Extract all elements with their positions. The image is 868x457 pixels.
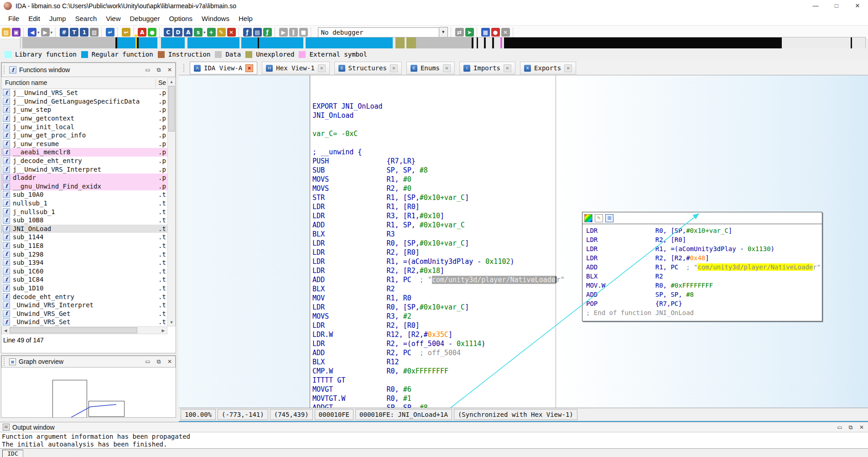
code-line[interactable]: ; End of function JNI_OnLoad [586,308,822,317]
back-icon[interactable]: ◀ [28,28,36,37]
panel-minimize-icon[interactable]: ▭ [144,358,151,365]
minimize-button[interactable]: — [805,0,826,12]
code-line[interactable]: JNI_OnLoad [312,111,565,120]
scroll-up-icon[interactable]: ▲ [168,78,175,85]
create-string-icon-caret[interactable]: ▾ [203,30,206,35]
function-row[interactable]: fj_unw_step.p [1,105,167,114]
debug-start-icon[interactable]: ▶ [279,28,288,37]
code-line[interactable]: MOVSR2, #0 [312,184,565,193]
debug-stop-icon[interactable]: ■ [299,28,308,37]
code-line[interactable]: LDRR1, [R0] [312,202,565,211]
code-line[interactable] [312,138,565,147]
run-until-icon[interactable]: ➤ [465,28,474,37]
tab-close-icon[interactable]: ✕ [443,64,451,72]
create-array-icon[interactable]: A [184,28,192,37]
panel-close-icon[interactable]: ✕ [858,424,865,431]
column-segment[interactable]: Se [158,79,166,86]
search-imm-icon[interactable]: 1 [80,28,88,37]
tab-close-icon[interactable]: ✕ [504,64,511,72]
step-into-icon[interactable]: ⇄ [455,28,464,37]
panel-close-icon[interactable]: ✕ [166,358,173,365]
function-row[interactable]: fsub_1394.t [1,258,167,267]
function-row[interactable]: fj_unw_init_local.p [1,122,167,131]
function-row[interactable]: fdladdr.p [1,173,167,182]
code-line[interactable] [312,120,565,129]
reanalyze-icon[interactable]: ● [148,28,156,37]
code-line[interactable]: MOVGTR0, #6 [312,385,565,394]
code-line[interactable]: LDRR1, =(aComUnity3dPlay - 0x1102) [312,257,565,266]
panel-minimize-icon[interactable]: ▭ [836,424,843,431]
function-row[interactable]: fsub_10A0.t [1,190,167,199]
code-line[interactable]: BLXR3 [312,230,565,239]
create-data-icon[interactable]: D [174,28,182,37]
tab-close-icon[interactable]: ✕ [318,64,326,72]
debugger-windows-icon[interactable]: ▦ [481,28,490,37]
code-line[interactable]: ADDSP, SP, #8 [586,290,822,299]
function-row[interactable]: fj__Unwind_VRS_Set.p [1,89,167,97]
graph-overview-minimap[interactable] [1,368,176,417]
function-list-vscrollbar[interactable]: ▲ ▼ [167,78,176,326]
code-line[interactable]: LDRR2, =(off_5004 - 0x1114) [312,339,565,348]
menu-search[interactable]: Search [71,15,102,22]
menu-view[interactable]: View [101,15,125,22]
code-line[interactable]: LDRR2, [R2,#0x48] [586,253,822,263]
code-line[interactable]: ADDR2, PC ; off_5004 [312,348,565,357]
menu-options[interactable]: Options [164,15,197,22]
function-row[interactable]: f_Unwind_VRS_Interpret.t [1,301,167,310]
tab-hex-view-1[interactable]: HHex View-1✕ [262,62,329,74]
code-line[interactable]: MOVSR1, #0 [312,175,565,184]
tab-structures[interactable]: SStructures✕ [334,62,402,74]
panel-float-icon[interactable]: ⧉ [847,424,854,431]
code-line[interactable]: LDRR2, [R2,#0x18] [312,266,565,275]
edit-icon[interactable]: ✎ [595,214,603,222]
tab-imports[interactable]: IImports✕ [459,62,515,74]
functions-window-titlebar[interactable]: f Functions window ▭ ⧉ ✕ [1,63,176,77]
function-row[interactable]: fsub_1D10.t [1,284,167,293]
menu-jump[interactable]: Jump [45,15,71,22]
vscroll-thumb[interactable] [168,86,175,131]
code-line[interactable]: LDRR3, [R1,#0x10] [312,211,565,221]
edit-function-icon[interactable]: ✎ [217,28,226,37]
scroll-down-icon[interactable]: ▼ [168,319,175,326]
code-line[interactable]: MOVSR3, #2 [312,312,565,321]
menu-debugger[interactable]: Debugger [125,15,165,22]
function-row[interactable]: fj__Unwind_VRS_Interpret.p [1,165,167,173]
idc-toggle[interactable]: IDC [2,450,23,457]
function-row[interactable]: fsub_1C84.t [1,275,167,284]
debug-pause-icon[interactable]: ‖ [289,28,298,37]
menu-windows[interactable]: Windows [197,15,234,22]
code-line[interactable]: LDRR0, [SP,#0x10+var_C] [586,226,822,235]
function-list-hscrollbar[interactable]: ◀ ▶ [1,326,167,334]
code-line[interactable]: SUBSP, SP, #8 [312,166,565,175]
chevron-down-icon[interactable]: ▼ [439,27,448,38]
function-row[interactable]: fj_nullsub_1.t [1,207,167,216]
code-line[interactable]: LDRR2, [R0] [586,235,822,244]
disassembly-listing[interactable]: EXPORT JNI_OnLoadJNI_OnLoadvar_C= -0xC; … [312,75,565,408]
function-row[interactable]: fnullsub_1.t [1,199,167,208]
tab-exports[interactable]: XExports✕ [520,62,576,74]
forward-icon[interactable]: ▶ [41,28,50,37]
menu-help[interactable]: Help [234,15,257,22]
search-text-icon[interactable]: T [70,28,78,37]
delete-function-icon[interactable]: ✕ [227,28,236,37]
hscroll-thumb[interactable] [10,327,137,333]
code-line[interactable]: LDRR1, =(aComUnity3dPlay - 0x1130) [586,244,822,253]
code-line[interactable]: ADDR1, SP, #0x10+var_C [312,221,565,230]
function-row[interactable]: fsub_1144.t [1,233,167,242]
code-line[interactable]: ADDGTSP, SP, #8 [312,403,565,408]
code-line[interactable]: ITTTT GT [312,376,565,385]
function-row[interactable]: f_Unwind_VRS_Get.t [1,309,167,318]
function-row[interactable]: fsub_1C60.t [1,267,167,275]
code-line[interactable]: BLXR2 [586,272,822,281]
panel-close-icon[interactable]: ✕ [166,67,173,73]
add-breakpoint-icon[interactable]: ● [491,28,500,37]
code-line[interactable]: MOV.WR0, #0xFFFFFFFF [586,281,822,290]
function-row[interactable]: fJNI_OnLoad.t [1,225,167,233]
code-line[interactable]: LDRR2, [R0] [312,248,565,257]
code-line[interactable]: ADDR1, PC ; "com/unity3d/player/NativeLo… [312,275,565,284]
code-line[interactable]: ; __unwind { [312,147,565,157]
function-row[interactable]: fj_unw_get_proc_info.p [1,131,167,140]
code-line[interactable]: var_C= -0xC [312,129,565,138]
search-seq-icon[interactable]: ▧ [90,28,99,37]
create-code-icon[interactable]: C [164,28,172,37]
